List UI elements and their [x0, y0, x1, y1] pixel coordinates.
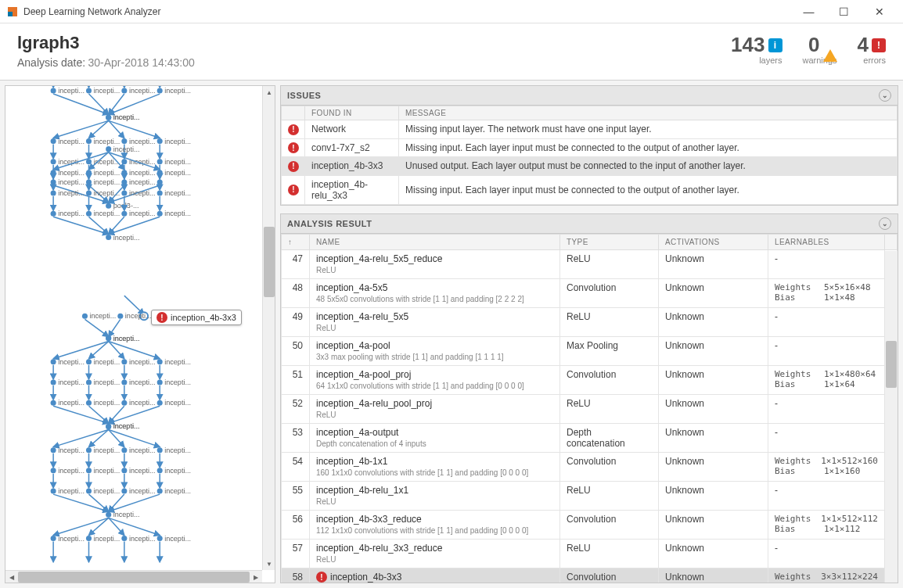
collapse-icon[interactable]: ⌄ — [879, 217, 891, 230]
table-row[interactable]: 52 inception_4a-relu_pool_projReLU ReLU … — [282, 394, 898, 423]
svg-text:incepti...: incepti... — [129, 378, 156, 386]
error-icon: ! — [156, 312, 167, 323]
svg-text:incepti...: incepti... — [58, 378, 85, 386]
layer-type: ReLU — [560, 539, 659, 568]
svg-text:incepti...: incepti... — [94, 138, 121, 145]
layer-name-cell: inception_4a-relu_pool_projReLU — [310, 394, 560, 423]
table-row[interactable]: 56 inception_4b-3x3_reduce112 1x1x0 conv… — [282, 510, 898, 539]
table-row[interactable]: 51 inception_4a-pool_proj64 1x1x0 convol… — [282, 365, 898, 394]
svg-text:incepti...: incepti... — [164, 138, 191, 145]
issue-found-in: inception_4b-3x3 — [305, 157, 399, 176]
svg-text:incepti...: incepti... — [129, 467, 156, 475]
issue-row[interactable]: ! inception_4b-relu_3x3 Missing input. E… — [282, 175, 898, 204]
minimize-button[interactable]: — — [791, 0, 826, 23]
layer-activations: Unknown — [659, 510, 768, 539]
col-activations[interactable]: ACTIVATIONS — [659, 234, 768, 249]
svg-point-88 — [121, 379, 127, 385]
svg-point-126 — [157, 489, 163, 494]
svg-point-102 — [106, 424, 111, 429]
issue-message: Missing input. Each layer input must be … — [399, 138, 898, 157]
table-row[interactable]: 57 inception_4b-relu_3x3_reduceReLU ReLU… — [282, 539, 898, 568]
vertical-scrollbar[interactable]: ▲▼ — [262, 86, 275, 570]
svg-text:incepti...: incepti... — [164, 399, 191, 407]
layer-learnables: - — [768, 394, 885, 423]
svg-point-124 — [121, 489, 127, 494]
svg-text:incepti...: incepti... — [58, 358, 85, 366]
svg-text:incepti...: incepti... — [164, 169, 191, 177]
layer-activations: Unknown — [659, 307, 768, 336]
layer-name-cell: inception_4a-outputDepth concatenation o… — [310, 423, 560, 452]
table-row[interactable]: 50 inception_4a-pool3x3 max pooling with… — [282, 336, 898, 365]
svg-point-92 — [51, 400, 56, 406]
table-row[interactable]: 54 inception_4b-1x1160 1x1x0 convolution… — [282, 452, 898, 481]
table-row[interactable]: 47 inception_4a-relu_5x5_reduceReLU ReLU… — [282, 249, 898, 278]
svg-text:incepti...: incepti... — [113, 335, 140, 342]
row-index: 55 — [282, 481, 310, 510]
table-row[interactable]: 58 !inception_4b-3x3224 3x3x0 convolutio… — [282, 568, 898, 583]
svg-text:incepti...: incepti... — [129, 358, 156, 366]
svg-point-106 — [86, 447, 92, 453]
table-row[interactable]: 53 inception_4a-outputDepth concatenatio… — [282, 423, 898, 452]
row-index: 48 — [282, 278, 310, 307]
svg-point-120 — [51, 489, 56, 494]
svg-point-55 — [157, 191, 163, 196]
svg-point-86 — [86, 379, 92, 385]
svg-point-4 — [86, 88, 92, 94]
svg-text:incepti...: incepti... — [129, 158, 156, 166]
col-found-in[interactable]: FOUND IN — [305, 106, 399, 120]
issue-row[interactable]: ! inception_4b-3x3 Unused output. Each l… — [282, 157, 898, 176]
close-button[interactable]: ✕ — [862, 0, 897, 23]
svg-text:incepti...: incepti... — [94, 487, 121, 495]
table-row[interactable]: 48 inception_4a-5x548 5x5x0 convolutions… — [282, 278, 898, 307]
layer-activations: Unknown — [659, 423, 768, 452]
svg-point-65 — [106, 235, 111, 240]
layer-learnables: Weights1×1×512×112Bias1×1×112 — [768, 510, 885, 539]
svg-point-112 — [51, 468, 56, 473]
svg-rect-1 — [8, 12, 13, 16]
table-row[interactable]: 55 inception_4b-relu_1x1ReLU ReLU Unknow… — [282, 481, 898, 510]
layer-type: ReLU — [560, 394, 659, 423]
svg-point-76 — [51, 359, 56, 364]
svg-text:incepti...: incepti... — [58, 178, 85, 186]
svg-text:incepti...: incepti... — [94, 535, 121, 543]
svg-text:incepti...: incepti... — [94, 378, 121, 386]
error-icon: ! — [288, 124, 299, 135]
row-index: 53 — [282, 423, 310, 452]
svg-text:incepti...: incepti... — [94, 446, 121, 454]
node-callout[interactable]: ! inception_4b-3x3 — [151, 310, 242, 325]
col-message[interactable]: MESSAGE — [399, 106, 898, 120]
svg-point-96 — [121, 400, 127, 406]
svg-text:incepti...: incepti... — [113, 234, 140, 242]
table-row[interactable]: 49 inception_4a-relu_5x5ReLU ReLU Unknow… — [282, 307, 898, 336]
col-name[interactable]: NAME — [310, 234, 560, 249]
col-learnables[interactable]: LEARNABLES — [768, 234, 885, 249]
svg-point-80 — [121, 359, 127, 364]
error-icon: ! — [288, 161, 299, 172]
issues-header: ISSUES ⌄ — [281, 86, 898, 106]
issue-row[interactable]: ! Network Missing input layer. The netwo… — [282, 120, 898, 139]
layer-type: Convolution — [560, 365, 659, 394]
svg-text:incepti...: incepti... — [113, 145, 140, 153]
warning-icon: ! — [823, 38, 837, 52]
graph-canvas[interactable]: incepti...incepti...incepti...incepti...… — [5, 86, 275, 583]
info-icon: i — [768, 38, 782, 52]
col-index[interactable]: ↑ — [282, 234, 310, 249]
graph-panel: incepti...incepti...incepti...incepti...… — [5, 85, 275, 583]
layer-name-cell: inception_4b-relu_1x1ReLU — [310, 481, 560, 510]
svg-point-18 — [121, 138, 127, 144]
issue-row[interactable]: ! conv1-7x7_s2 Missing input. Each layer… — [282, 138, 898, 157]
col-type[interactable]: TYPE — [560, 234, 659, 249]
maximize-button[interactable]: ☐ — [826, 0, 862, 23]
collapse-icon[interactable]: ⌄ — [879, 89, 891, 102]
layer-type: ReLU — [560, 249, 659, 278]
layer-learnables: - — [768, 249, 885, 278]
error-icon: ! — [288, 142, 299, 153]
issues-panel: ISSUES ⌄ FOUND IN MESSAGE ! Network Miss… — [280, 85, 898, 206]
horizontal-scrollbar[interactable]: ◀▶ — [5, 570, 262, 583]
svg-text:incepti...: incepti... — [129, 210, 156, 217]
svg-point-134 — [121, 536, 127, 541]
svg-point-14 — [51, 138, 56, 144]
vertical-scrollbar[interactable] — [885, 251, 898, 583]
layer-name-cell: inception_4a-pool_proj64 1x1x0 convoluti… — [310, 365, 560, 394]
svg-text:incepti...: incepti... — [164, 158, 191, 166]
